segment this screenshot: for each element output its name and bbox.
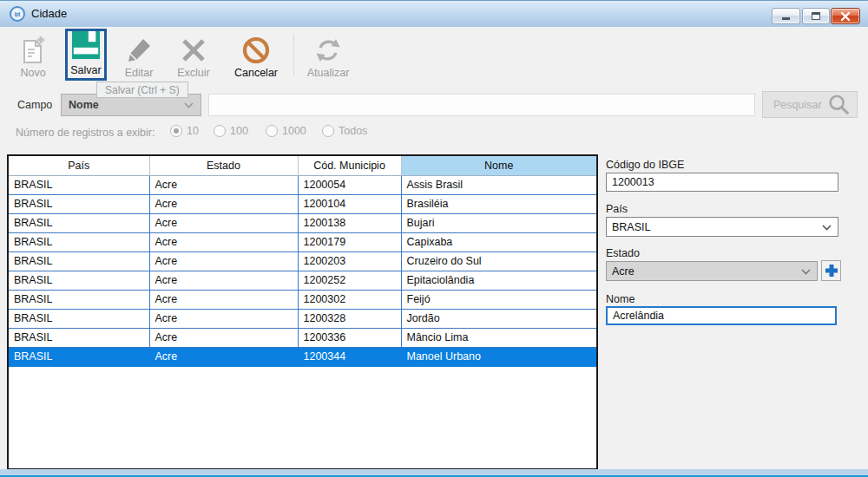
estado-label: Estado bbox=[606, 247, 640, 259]
magnifier-icon bbox=[827, 94, 850, 116]
ibge-label: Código do IBGE bbox=[606, 159, 684, 171]
ibge-input[interactable] bbox=[606, 173, 838, 192]
radio-10-circle bbox=[170, 125, 182, 137]
table-row[interactable]: BRASILAcre 1200328Jordão bbox=[9, 309, 596, 328]
col-header-nome[interactable]: Nome bbox=[401, 156, 596, 175]
close-button[interactable] bbox=[831, 8, 860, 24]
plus-icon bbox=[825, 265, 838, 277]
add-estado-button[interactable] bbox=[821, 260, 841, 281]
novo-button[interactable]: Novo bbox=[10, 32, 56, 79]
title-bar[interactable]: bt Cidade bbox=[0, 1, 868, 27]
table-header-row: País Estado Cód. Municipio Nome bbox=[9, 156, 596, 175]
window-title: Cidade bbox=[31, 7, 67, 20]
nome-label: Nome bbox=[606, 293, 635, 305]
new-document-icon bbox=[19, 35, 47, 66]
chevron-down-icon bbox=[822, 221, 832, 233]
pesquisar-button[interactable]: Pesquisar bbox=[762, 91, 858, 118]
pais-select[interactable]: BRASIL bbox=[606, 217, 838, 237]
col-header-pais[interactable]: País bbox=[9, 156, 149, 175]
col-header-estado[interactable]: Estado bbox=[149, 156, 298, 175]
table-row[interactable]: BRASILAcre 1200344Manoel Urbano bbox=[9, 347, 596, 366]
table-row[interactable]: BRASILAcre 1200203Cruzeiro do Sul bbox=[9, 252, 596, 271]
salvar-tooltip: Salvar (Ctrl + S) bbox=[96, 82, 188, 98]
maximize-button[interactable] bbox=[802, 8, 830, 24]
table-row[interactable]: BRASILAcre 1200252Epitaciolândia bbox=[9, 271, 596, 290]
pais-label: País bbox=[606, 203, 628, 215]
excluir-button[interactable]: Excluir bbox=[170, 32, 217, 79]
pais-value: BRASIL bbox=[612, 221, 650, 233]
estado-select[interactable]: Acre bbox=[606, 261, 818, 281]
refresh-icon bbox=[314, 35, 342, 66]
radio-1000[interactable]: 1000 bbox=[266, 125, 306, 137]
table-row[interactable]: BRASILAcre 1200138Bujari bbox=[9, 213, 596, 232]
estado-value: Acre bbox=[612, 265, 635, 278]
col-header-cod-municipio[interactable]: Cód. Municipio bbox=[298, 156, 401, 175]
chevron-down-icon bbox=[184, 99, 194, 111]
table-row[interactable]: BRASILAcre 1200179Capixaba bbox=[9, 232, 596, 252]
search-input[interactable] bbox=[208, 94, 755, 116]
editar-button[interactable]: Editar bbox=[116, 32, 161, 79]
app-window: bt Cidade Novo bbox=[0, 0, 868, 477]
radio-10[interactable]: 10 bbox=[170, 125, 199, 137]
app-logo-icon: bt bbox=[10, 6, 25, 22]
radio-todos-circle bbox=[322, 125, 334, 137]
campo-field-value: Nome bbox=[69, 99, 99, 111]
table-row[interactable]: BRASILAcre 1200104Brasiléia bbox=[9, 194, 596, 213]
close-icon bbox=[840, 11, 851, 22]
radio-100-circle bbox=[214, 125, 226, 137]
delete-x-icon bbox=[180, 35, 207, 66]
campo-label: Campo bbox=[17, 99, 52, 111]
pesquisar-label: Pesquisar bbox=[773, 99, 822, 111]
salvar-button[interactable]: Salvar bbox=[65, 29, 107, 81]
maximize-icon bbox=[812, 12, 820, 20]
table-row[interactable]: BRASILAcre 1200302Feijó bbox=[9, 290, 596, 309]
save-floppy-icon bbox=[71, 30, 101, 62]
chevron-down-icon bbox=[801, 265, 811, 278]
minimize-icon bbox=[782, 17, 790, 20]
records-count-label: Número de registros a exibir: bbox=[16, 127, 155, 139]
toolbar-separator bbox=[293, 34, 294, 75]
edit-pencil-icon bbox=[125, 35, 153, 66]
city-grid: País Estado Cód. Municipio Nome BRASILAc… bbox=[7, 154, 598, 470]
cancel-no-entry-icon bbox=[241, 35, 271, 66]
radio-1000-circle bbox=[266, 125, 278, 137]
nome-input[interactable] bbox=[606, 306, 837, 325]
radio-100[interactable]: 100 bbox=[214, 125, 248, 137]
cancelar-button[interactable]: Cancelar bbox=[228, 32, 284, 79]
atualizar-button[interactable]: Atualizar bbox=[301, 32, 355, 79]
radio-todos[interactable]: Todos bbox=[322, 125, 367, 137]
table-row[interactable]: BRASILAcre 1200054Assis Brasil bbox=[9, 175, 596, 194]
table-row[interactable]: BRASILAcre 1200336Mâncio Lima bbox=[9, 328, 596, 347]
minimize-button[interactable] bbox=[772, 8, 800, 24]
window-frame-bottom bbox=[0, 469, 868, 477]
